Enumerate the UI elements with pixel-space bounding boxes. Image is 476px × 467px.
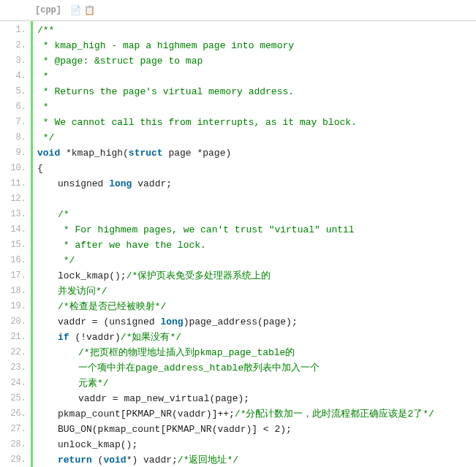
line-number: 17. [0, 268, 26, 284]
token: struct [129, 148, 163, 159]
line-number: 4. [0, 69, 26, 84]
line-number: 15. [0, 238, 26, 253]
code-line: { [37, 161, 476, 176]
code-line: * We cannot call this from interrupts, a… [37, 115, 476, 130]
code-content: /** * kmap_high - map a highmem page int… [31, 21, 476, 467]
line-number: 29. [0, 452, 26, 467]
token: if [58, 332, 69, 343]
code-line: BUG_ON(pkmap_count[PKMAP_NR(vaddr)] < 2)… [37, 422, 476, 437]
line-number: 6. [0, 99, 26, 115]
token: /*把页框的物理地址插入到pkmap_page_table的 [78, 347, 295, 358]
token: * @page: &struct page to map [37, 56, 203, 67]
code-line: lock_kmap();/*保护页表免受多处理器系统上的 [37, 268, 476, 284]
line-number: 18. [0, 284, 26, 299]
code-line: * For highmem pages, we can't trust "vir… [37, 222, 476, 238]
token: { [37, 163, 43, 174]
line-number: 26. [0, 406, 26, 422]
line-number: 13. [0, 207, 26, 222]
token: * [37, 71, 49, 82]
token: /*分配计数加一，此时流程都正确应该是2了*/ [235, 409, 434, 419]
token: * [37, 102, 49, 113]
token: unsigned [58, 178, 109, 189]
token: 元素*/ [78, 378, 109, 389]
code-line: /* [37, 207, 476, 222]
token: BUG_ON(pkmap_count[PKMAP_NR(vaddr)] < 2)… [58, 424, 292, 435]
code-line: return (void*) vaddr;/*返回地址*/ [37, 452, 476, 467]
token: * For highmem pages, we can't trust "vir… [58, 224, 355, 235]
line-number: 14. [0, 222, 26, 238]
token: * Returns the page's virtual memory addr… [37, 86, 294, 97]
code-line: vaddr = (unsigned long)page_address(page… [37, 314, 476, 330]
token: * after we have the lock. [58, 240, 206, 251]
token: */ [37, 132, 54, 143]
line-number: 20. [0, 314, 26, 330]
token: )page_address(page); [184, 316, 298, 327]
token: 一个项中并在page_address_htable散列表中加入一个 [78, 362, 320, 373]
language-tag: [cpp] [35, 5, 61, 15]
code-line: * after we have the lock. [37, 238, 476, 253]
line-number: 21. [0, 330, 26, 345]
code-line: 并发访问*/ [37, 284, 476, 299]
code-line: /*把页框的物理地址插入到pkmap_page_table的 [37, 345, 476, 360]
line-number: 7. [0, 115, 26, 130]
token: * We cannot call this from interrupts, a… [37, 117, 357, 128]
token: long [109, 178, 132, 189]
token: long [160, 316, 183, 327]
token: (!vaddr) [69, 332, 121, 343]
line-number: 24. [0, 376, 26, 391]
code-line: pkmap_count[PKMAP_NR(vaddr)]++;/*分配计数加一，… [37, 406, 476, 422]
token: return [58, 455, 92, 466]
line-number: 25. [0, 391, 26, 406]
token: 并发访问*/ [58, 286, 107, 297]
code-line: /** [37, 23, 476, 38]
line-number: 9. [0, 145, 26, 161]
token: /* [58, 209, 69, 220]
line-number: 19. [0, 299, 26, 314]
token: /*保护页表免受多处理器系统上的 [126, 270, 271, 281]
token: lock_kmap(); [58, 270, 126, 281]
token: /*检查是否已经被映射*/ [58, 301, 166, 312]
line-number: 5. [0, 84, 26, 99]
code-line: 一个项中并在page_address_htable散列表中加入一个 [37, 360, 476, 376]
line-number: 8. [0, 130, 26, 145]
code-line: */ [37, 253, 476, 268]
code-line: unsigned long vaddr; [37, 176, 476, 191]
token: pkmap_count[PKMAP_NR(vaddr)]++; [58, 409, 235, 419]
line-number: 11. [0, 176, 26, 191]
token: * kmap_high - map a highmem page into me… [37, 40, 294, 51]
code-line: * [37, 99, 476, 115]
token: vaddr = map_new_virtual(page); [78, 393, 249, 404]
token: ( [92, 455, 104, 466]
line-number: 10. [0, 161, 26, 176]
code-line: void *kmap_high(struct page *page) [37, 145, 476, 161]
code-block: [cpp] 📄 📋 1.2.3.4.5.6.7.8.9.10.11.12.13.… [0, 0, 476, 467]
line-number: 23. [0, 360, 26, 376]
code-line: * [37, 69, 476, 84]
line-number: 28. [0, 437, 26, 452]
code-header: [cpp] 📄 📋 [0, 0, 476, 21]
token: /*如果没有*/ [121, 332, 181, 343]
code-line: * kmap_high - map a highmem page into me… [37, 38, 476, 53]
line-number: 22. [0, 345, 26, 360]
token: vaddr = (unsigned [58, 316, 160, 327]
token: vaddr; [132, 178, 172, 189]
token: /*返回地址*/ [178, 455, 238, 466]
token: unlock_kmap(); [58, 439, 137, 450]
code-line: if (!vaddr)/*如果没有*/ [37, 330, 476, 345]
code-line: * Returns the page's virtual memory addr… [37, 84, 476, 99]
token: page *page) [163, 148, 232, 159]
token: *) vaddr; [126, 455, 178, 466]
copy-icon[interactable]: 📋 [84, 5, 95, 16]
token: *kmap_high( [60, 148, 129, 159]
token: /** [37, 25, 54, 36]
line-number: 2. [0, 38, 26, 53]
code-line: 元素*/ [37, 376, 476, 391]
line-number: 1. [0, 23, 26, 38]
code-line [37, 191, 476, 207]
line-number-gutter: 1.2.3.4.5.6.7.8.9.10.11.12.13.14.15.16.1… [0, 21, 31, 467]
line-number: 3. [0, 53, 26, 69]
view-source-icon[interactable]: 📄 [70, 5, 81, 16]
line-number: 27. [0, 422, 26, 437]
token: */ [58, 255, 75, 266]
token: void [103, 455, 126, 466]
